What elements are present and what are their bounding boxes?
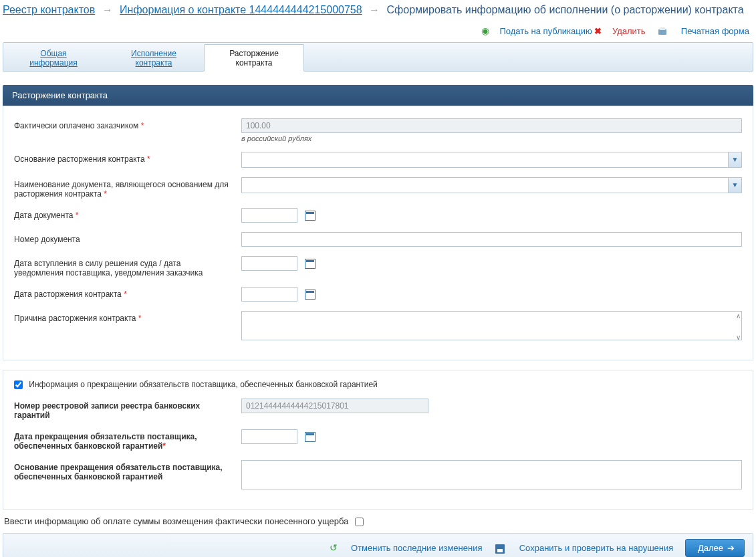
court-date-label: Дата вступления в силу решения суда / да…: [14, 256, 241, 277]
doc-name-label: Наименование документа, являющегося осно…: [14, 177, 241, 199]
next-button[interactable]: Далее➔: [685, 539, 745, 557]
scroll-down-icon[interactable]: ∨: [736, 334, 741, 341]
term-date-input[interactable]: [241, 287, 297, 302]
tab-bar: Общая информация Исполнение контракта Ра…: [3, 42, 753, 72]
chevron-right-icon: →: [102, 4, 113, 15]
reason-textarea[interactable]: [241, 311, 742, 340]
basis-select[interactable]: ▼: [241, 152, 742, 168]
globe-icon: ◉: [481, 25, 489, 36]
tab-general[interactable]: Общая информация: [3, 45, 104, 71]
breadcrumb-contract-link[interactable]: Информация о контракте 14444444442150007…: [120, 4, 362, 15]
delete-link[interactable]: Удалить: [612, 26, 646, 36]
doc-date-label: Дата документа *: [14, 208, 241, 220]
calendar-icon[interactable]: [305, 211, 316, 221]
undo-link[interactable]: Отменить последние изменения: [351, 543, 482, 553]
panel-body-main: Фактически оплачено заказчиком * в росси…: [3, 106, 753, 360]
guarantee-checkbox[interactable]: [14, 380, 23, 389]
tab-execution[interactable]: Исполнение контракта: [104, 45, 204, 71]
calendar-icon[interactable]: [305, 259, 316, 269]
term-date-label: Дата расторжения контракта *: [14, 287, 241, 299]
tab-termination[interactable]: Расторжение контракта: [204, 44, 304, 72]
panel-body-guarantee: Информация о прекращении обязательств по…: [3, 370, 753, 510]
reg-num-label: Номер реестровой записи реестра банковск…: [14, 399, 241, 420]
breadcrumb: Реестр контрактов → Информация о контрак…: [0, 0, 756, 23]
reg-num-input: [241, 399, 428, 413]
publish-link[interactable]: Подать на публикацию: [499, 26, 592, 36]
doc-number-label: Номер документа: [14, 232, 241, 244]
basis-label: Основание расторжения контракта *: [14, 152, 241, 164]
chevron-down-icon: ▼: [728, 178, 741, 193]
calendar-icon[interactable]: [305, 290, 316, 300]
guarantee-basis-textarea[interactable]: [241, 460, 742, 489]
chevron-down-icon: ▼: [728, 152, 741, 167]
chevron-right-icon: →: [369, 4, 380, 15]
breadcrumb-registry-link[interactable]: Реестр контрактов: [3, 4, 95, 15]
undo-icon: ↺: [330, 542, 338, 553]
footer-bar: ↺ Отменить последние изменения Сохранить…: [3, 533, 753, 557]
guarantee-term-date-input[interactable]: [241, 429, 297, 444]
calendar-icon[interactable]: [305, 432, 316, 442]
arrow-right-icon: ➔: [727, 543, 735, 553]
doc-name-select[interactable]: ▼: [241, 177, 742, 193]
doc-date-input[interactable]: [241, 208, 297, 223]
scroll-up-icon[interactable]: ∧: [736, 312, 741, 320]
top-actions: ◉ Подать на публикацию ✖ Удалить Печатна…: [0, 23, 756, 42]
breadcrumb-current: Сформировать информацию об исполнении (о…: [387, 4, 744, 15]
print-link[interactable]: Печатная форма: [681, 26, 749, 36]
doc-number-input[interactable]: [241, 232, 742, 247]
save-icon: [495, 544, 505, 554]
guarantee-term-date-label: Дата прекращения обязательств поставщика…: [14, 429, 241, 451]
printer-icon: [657, 27, 668, 37]
panel-header: Расторжение контракта: [3, 85, 753, 106]
damages-row: Ввести информацию об оплате суммы возмещ…: [0, 510, 756, 530]
paid-input: [241, 118, 742, 133]
damages-checkbox[interactable]: [355, 518, 364, 526]
paid-label: Фактически оплачено заказчиком *: [14, 118, 241, 130]
damages-label: Ввести информацию об оплате суммы возмещ…: [4, 516, 348, 526]
guarantee-checkbox-label: Информация о прекращении обязательств по…: [29, 380, 377, 389]
guarantee-basis-label: Основание прекращения обязательств поста…: [14, 460, 241, 481]
reason-label: Причина расторжения контракта *: [14, 311, 241, 323]
save-check-link[interactable]: Сохранить и проверить на нарушения: [519, 543, 674, 553]
close-icon: ✖: [594, 26, 602, 36]
paid-hint: в российский рублях: [241, 134, 742, 142]
court-date-input[interactable]: [241, 256, 297, 271]
